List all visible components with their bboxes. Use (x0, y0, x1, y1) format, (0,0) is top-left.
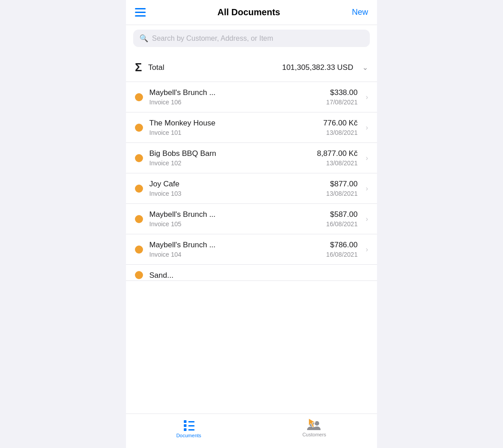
invoice-number: Invoice 106 (149, 99, 320, 106)
customer-name: The Monkey House (149, 119, 317, 128)
table-row[interactable]: Joy Cafe Invoice 103 $877.00 13/08/2021 … (126, 173, 377, 204)
new-button[interactable]: New (352, 8, 368, 17)
table-row[interactable]: Maybell's Brunch ... Invoice 106 $338.00… (126, 82, 377, 112)
chevron-right-icon: › (366, 124, 368, 132)
invoice-amount: $338.00 (330, 88, 357, 97)
invoice-number: Invoice 105 (149, 220, 320, 228)
customer-name: Sand... (149, 271, 368, 280)
invoice-amount-date: $877.00 13/08/2021 (326, 180, 358, 197)
invoice-details: Joy Cafe Invoice 103 (149, 180, 320, 197)
table-row[interactable]: The Monkey House Invoice 101 776.00 Kč 1… (126, 112, 377, 143)
total-amount: 101,305,382.33 USD (282, 63, 353, 72)
customer-name: Maybell's Brunch ... (149, 210, 320, 219)
total-row[interactable]: Σ Total 101,305,382.33 USD ⌄ (126, 53, 377, 82)
invoice-amount-date: $338.00 17/08/2021 (326, 88, 358, 106)
invoice-list: Maybell's Brunch ... Invoice 106 $338.00… (126, 82, 377, 414)
chevron-right-icon: › (366, 93, 368, 101)
invoice-details: Maybell's Brunch ... Invoice 105 (149, 210, 320, 228)
svg-marker-2 (309, 418, 316, 427)
table-row[interactable]: Big Bobs BBQ Barn Invoice 102 8,877.00 K… (126, 143, 377, 173)
customer-name: Big Bobs BBQ Barn (149, 149, 311, 158)
sigma-icon: Σ (135, 60, 142, 74)
tab-customers[interactable]: Customers (252, 418, 377, 441)
invoice-date: 13/08/2021 (326, 129, 358, 136)
invoice-details: Big Bobs BBQ Barn Invoice 102 (149, 149, 311, 167)
chevron-right-icon: › (366, 246, 368, 254)
invoice-amount: $587.00 (330, 210, 357, 219)
customer-name: Maybell's Brunch ... (149, 88, 320, 97)
app-container: All Documents New 🔍 Σ Total 101,305,382.… (126, 0, 377, 448)
search-input[interactable] (152, 34, 364, 43)
table-row-partial[interactable]: Sand... (126, 265, 377, 281)
status-dot (135, 215, 143, 223)
invoice-date: 16/08/2021 (326, 251, 358, 258)
table-row[interactable]: Maybell's Brunch ... Invoice 104 $786.00… (126, 234, 377, 265)
menu-button[interactable] (135, 8, 146, 17)
invoice-amount-date: $786.00 16/08/2021 (326, 241, 358, 258)
chevron-down-icon: ⌄ (362, 63, 368, 72)
customer-name: Maybell's Brunch ... (149, 241, 320, 250)
invoice-number: Invoice 102 (149, 159, 311, 167)
invoice-number: Invoice 104 (149, 251, 320, 258)
invoice-details: The Monkey House Invoice 101 (149, 119, 317, 136)
tab-documents[interactable]: Documents (126, 418, 252, 441)
invoice-amount: $877.00 (330, 180, 357, 189)
status-dot (135, 271, 143, 279)
invoice-amount-date: 8,877.00 Kč 13/08/2021 (317, 149, 358, 167)
invoice-date: 16/08/2021 (326, 220, 358, 228)
invoice-date: 17/08/2021 (326, 99, 358, 106)
customer-name: Joy Cafe (149, 180, 320, 189)
invoice-amount: 8,877.00 Kč (317, 149, 358, 158)
status-dot (135, 246, 143, 254)
chevron-right-icon: › (366, 154, 368, 162)
status-dot (135, 93, 143, 101)
invoice-amount: $786.00 (330, 241, 357, 250)
invoice-amount-date: 776.00 Kč 13/08/2021 (323, 119, 358, 136)
invoice-amount-date: $587.00 16/08/2021 (326, 210, 358, 228)
invoice-number: Invoice 101 (149, 129, 317, 136)
invoice-date: 13/08/2021 (326, 190, 358, 197)
table-row[interactable]: Maybell's Brunch ... Invoice 105 $587.00… (126, 204, 377, 234)
chevron-right-icon: › (366, 215, 368, 223)
invoice-number: Invoice 103 (149, 190, 320, 197)
cursor-arrow-icon (308, 418, 319, 428)
search-container: 🔍 (126, 25, 377, 53)
invoice-details: Sand... (149, 271, 368, 280)
search-icon: 🔍 (139, 34, 148, 43)
documents-nav-label: Documents (176, 433, 201, 438)
status-dot (135, 124, 143, 132)
page-title: All Documents (217, 7, 280, 17)
chevron-right-icon: › (366, 185, 368, 193)
total-label: Total (148, 63, 276, 72)
documents-icon (184, 420, 194, 431)
status-dot (135, 154, 143, 162)
status-dot (135, 185, 143, 193)
invoice-details: Maybell's Brunch ... Invoice 104 (149, 241, 320, 258)
invoice-details: Maybell's Brunch ... Invoice 106 (149, 88, 320, 106)
bottom-nav: Documents Customers (126, 414, 377, 448)
header: All Documents New (126, 0, 377, 25)
customers-nav-label: Customers (302, 432, 326, 437)
invoice-date: 13/08/2021 (326, 159, 358, 167)
invoice-amount: 776.00 Kč (323, 119, 358, 128)
search-bar: 🔍 (133, 30, 370, 47)
